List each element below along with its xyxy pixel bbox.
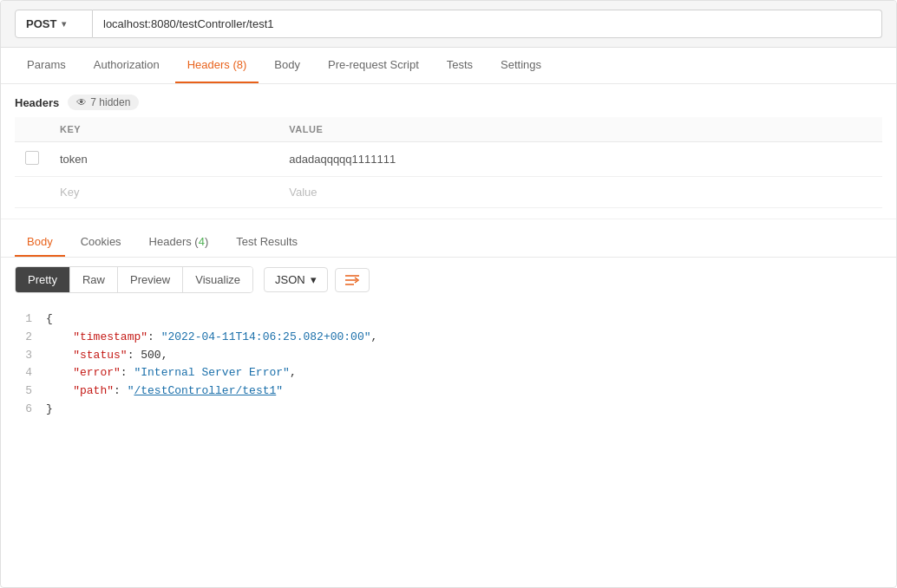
tab-params[interactable]: Params bbox=[15, 48, 78, 83]
line-num-1: 1 bbox=[15, 310, 32, 329]
headers-section: Headers 👁 7 hidden KEY VALUE token bbox=[1, 84, 896, 219]
url-bar: POST ▾ bbox=[1, 1, 896, 48]
col-value: VALUE bbox=[278, 117, 882, 142]
table-row: Key Value bbox=[15, 177, 882, 208]
headers-label: Headers bbox=[15, 96, 59, 109]
format-label: JSON bbox=[275, 273, 305, 286]
col-checkbox bbox=[15, 117, 49, 142]
header-value-placeholder[interactable]: Value bbox=[278, 177, 882, 208]
method-label: POST bbox=[26, 17, 56, 30]
code-line-3: 3 "status": 500, bbox=[15, 347, 882, 365]
code-line-5: 5 "path": "/testController/test1" bbox=[15, 382, 882, 401]
response-tab-test-results[interactable]: Test Results bbox=[224, 228, 310, 257]
col-key: KEY bbox=[49, 117, 278, 142]
line-num-2: 2 bbox=[15, 329, 32, 347]
line-num-4: 4 bbox=[15, 364, 32, 382]
format-tabs: Pretty Raw Preview Visualize bbox=[15, 266, 253, 293]
response-tabs-bar: Body Cookies Headers (4) Test Results bbox=[1, 219, 896, 258]
method-selector[interactable]: POST ▾ bbox=[15, 10, 93, 38]
format-tab-visualize[interactable]: Visualize bbox=[183, 267, 252, 292]
tab-headers[interactable]: Headers (8) bbox=[175, 48, 259, 83]
header-value-1[interactable]: adadaqqqqq1111111 bbox=[278, 142, 882, 177]
eye-icon: 👁 bbox=[76, 96, 87, 108]
response-toolbar: Pretty Raw Preview Visualize JSON ▾ bbox=[1, 258, 896, 302]
format-tab-pretty[interactable]: Pretty bbox=[16, 267, 70, 292]
code-line-1: 1 { bbox=[15, 310, 882, 329]
tab-pre-request[interactable]: Pre-request Script bbox=[316, 48, 431, 83]
method-chevron: ▾ bbox=[62, 19, 66, 29]
request-tabs-bar: Params Authorization Headers (8) Body Pr… bbox=[1, 48, 896, 84]
tab-settings[interactable]: Settings bbox=[488, 48, 553, 83]
hidden-count: 7 hidden bbox=[90, 96, 130, 108]
response-tab-headers[interactable]: Headers (4) bbox=[137, 228, 221, 257]
response-tab-body[interactable]: Body bbox=[15, 228, 65, 257]
header-key-placeholder[interactable]: Key bbox=[49, 177, 278, 208]
app-container: POST ▾ Params Authorization Headers (8) … bbox=[0, 0, 897, 588]
header-key-1[interactable]: token bbox=[49, 142, 278, 177]
code-area: 1 { 2 "timestamp": "2022-04-11T14:06:25.… bbox=[1, 302, 896, 428]
headers-label-row: Headers 👁 7 hidden bbox=[15, 95, 882, 110]
line-num-6: 6 bbox=[15, 401, 32, 419]
wrap-icon bbox=[344, 274, 360, 286]
url-input[interactable] bbox=[93, 10, 882, 38]
row-checkbox-1[interactable] bbox=[25, 151, 39, 165]
format-chevron: ▾ bbox=[311, 273, 317, 286]
code-line-6: 6 } bbox=[15, 401, 882, 419]
format-tab-raw[interactable]: Raw bbox=[70, 267, 118, 292]
format-tab-preview[interactable]: Preview bbox=[118, 267, 183, 292]
tab-tests[interactable]: Tests bbox=[435, 48, 485, 83]
tab-authorization[interactable]: Authorization bbox=[82, 48, 172, 83]
wrap-button[interactable] bbox=[335, 268, 370, 292]
line-num-5: 5 bbox=[15, 382, 32, 401]
hidden-headers-badge[interactable]: 👁 7 hidden bbox=[68, 95, 139, 110]
tab-body[interactable]: Body bbox=[262, 48, 312, 83]
line-num-3: 3 bbox=[15, 347, 32, 365]
code-line-4: 4 "error": "Internal Server Error", bbox=[15, 364, 882, 382]
format-selector[interactable]: JSON ▾ bbox=[264, 267, 328, 292]
code-line-2: 2 "timestamp": "2022-04-11T14:06:25.082+… bbox=[15, 329, 882, 347]
headers-table: KEY VALUE token adadaqqqqq1111111 Key Va… bbox=[15, 117, 882, 208]
response-tab-cookies[interactable]: Cookies bbox=[69, 228, 134, 257]
table-row: token adadaqqqqq1111111 bbox=[15, 142, 882, 177]
